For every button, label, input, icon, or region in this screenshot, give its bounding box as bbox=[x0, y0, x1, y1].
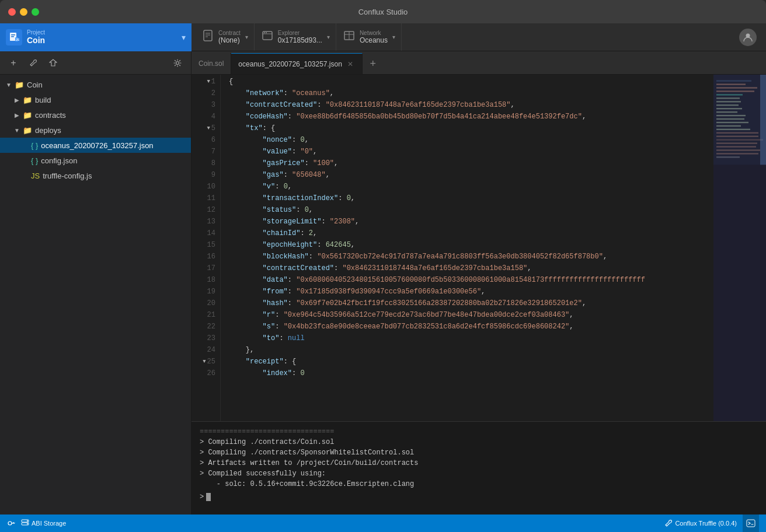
status-left: ABI Storage bbox=[7, 519, 66, 527]
network-section: Network Oceanus ▾ bbox=[337, 23, 402, 51]
tab-bar: Coin.sol oceanus_20200726_103257.json ✕ … bbox=[192, 51, 766, 75]
sidebar: + bbox=[0, 51, 192, 514]
line-number-21: 21 bbox=[196, 309, 215, 321]
project-info: Project Coin bbox=[27, 29, 177, 45]
contract-dropdown-icon[interactable]: ▾ bbox=[245, 34, 248, 40]
svg-rect-1 bbox=[11, 34, 15, 36]
line-number-13: 13 bbox=[196, 216, 215, 228]
folder-icon-build: 📁 bbox=[23, 96, 32, 104]
code-line-24: }, bbox=[221, 344, 713, 356]
tree-arrow-config bbox=[21, 156, 29, 164]
svg-point-44 bbox=[8, 522, 12, 525]
abi-storage-button[interactable]: ABI Storage bbox=[21, 519, 66, 527]
tree-item-config-json[interactable]: { } config.json bbox=[0, 153, 191, 168]
svg-point-17 bbox=[176, 61, 179, 64]
tree-item-coin[interactable]: ▼ 📁 Coin bbox=[0, 77, 191, 92]
terminal-button[interactable] bbox=[743, 514, 759, 532]
collapse-arrow-25[interactable]: ▼ bbox=[203, 356, 206, 368]
content-area: + bbox=[0, 51, 766, 514]
folder-icon-contracts: 📁 bbox=[23, 111, 32, 120]
tree-item-deploys[interactable]: ▼ 📁 deploys bbox=[0, 123, 191, 138]
code-area[interactable]: { "network": "oceanus", "contractCreated… bbox=[221, 75, 713, 421]
top-toolbar: JS Project Coin ▾ bbox=[0, 23, 766, 51]
truffle-version-item[interactable]: Conflux Truffle (0.0.4) bbox=[664, 519, 737, 527]
code-line-10: "v": 0, bbox=[221, 181, 713, 192]
window-controls[interactable] bbox=[8, 8, 39, 16]
tree-arrow-deploys: ▼ bbox=[13, 126, 21, 134]
code-line-22: "s": "0x4bb23fca8e90de8ceeae7bd077cb2832… bbox=[221, 321, 713, 332]
tree-item-build[interactable]: ▶ 📁 build bbox=[0, 92, 191, 107]
user-avatar[interactable] bbox=[739, 29, 757, 46]
network-icon bbox=[343, 30, 355, 44]
terminal-line-4: > Compiled successfully using: bbox=[200, 468, 758, 479]
project-dropdown-icon[interactable]: ▾ bbox=[182, 33, 186, 42]
tree-item-oceanus-json[interactable]: { } oceanus_20200726_103257.json bbox=[0, 138, 191, 153]
tree-arrow-coin: ▼ bbox=[5, 80, 13, 89]
project-panel[interactable]: JS Project Coin ▾ bbox=[0, 23, 192, 51]
tab-close-oceanus[interactable]: ✕ bbox=[346, 60, 355, 69]
project-name: Coin bbox=[27, 36, 177, 45]
tree-item-contracts[interactable]: ▶ 📁 contracts bbox=[0, 107, 191, 123]
code-line-8: "gasPrice": "100", bbox=[221, 158, 713, 169]
line-number-3: 3 bbox=[196, 99, 215, 111]
tab-coin-sol[interactable]: Coin.sol bbox=[192, 53, 231, 74]
terminal-prompt: > bbox=[200, 492, 758, 502]
line-number-5: ▼5 bbox=[196, 123, 215, 134]
line-number-7: 7 bbox=[196, 146, 215, 158]
line-numbers: ▼1234▼5678910111213141516171819202122232… bbox=[192, 75, 221, 421]
tab-add-button[interactable]: + bbox=[363, 53, 384, 74]
explorer-icon bbox=[262, 30, 273, 44]
contract-value: (None) bbox=[218, 36, 241, 44]
tab-oceanus-json[interactable]: oceanus_20200726_103257.json ✕ bbox=[231, 53, 363, 74]
line-number-20: 20 bbox=[196, 298, 215, 309]
deploy-button[interactable] bbox=[46, 55, 61, 71]
explorer-dropdown-icon[interactable]: ▾ bbox=[327, 34, 330, 40]
line-number-6: 6 bbox=[196, 134, 215, 146]
tree-arrow-truffle bbox=[21, 172, 29, 180]
terminal-line-3: > Artifacts written to /project/Coin/bui… bbox=[200, 458, 758, 468]
tree-label-config: config.json bbox=[41, 156, 77, 165]
status-key-icon[interactable] bbox=[7, 519, 15, 527]
editor-terminal-wrapper: ▼1234▼5678910111213141516171819202122232… bbox=[192, 75, 766, 514]
tree-label-coin: Coin bbox=[27, 80, 43, 89]
truffle-label: Conflux Truffle (0.0.4) bbox=[675, 520, 737, 527]
maximize-button[interactable] bbox=[32, 8, 39, 16]
tab-label-coin-sol: Coin.sol bbox=[199, 60, 224, 68]
tree-item-truffle-config[interactable]: JS truffle-config.js bbox=[0, 168, 191, 183]
svg-rect-43 bbox=[760, 75, 766, 164]
minimize-button[interactable] bbox=[20, 8, 27, 16]
code-line-12: "status": 0, bbox=[221, 204, 713, 216]
code-line-19: "from": "0x17185d938f9d390947ccc9a5ef066… bbox=[221, 286, 713, 298]
code-line-6: "nonce": 0, bbox=[221, 134, 713, 146]
network-dropdown-icon[interactable]: ▾ bbox=[392, 34, 395, 40]
main-layout: JS Project Coin ▾ bbox=[0, 23, 766, 532]
svg-point-50 bbox=[27, 520, 28, 522]
prompt-symbol: > bbox=[200, 492, 204, 502]
close-button[interactable] bbox=[8, 8, 16, 16]
tree-label-oceanus: oceanus_20200726_103257.json bbox=[41, 141, 153, 150]
code-line-16: "blockHash": "0x5617320cb72e4c917d787a7e… bbox=[221, 251, 713, 262]
js-icon: JS bbox=[31, 172, 40, 180]
sidebar-toolbar: + bbox=[0, 51, 191, 75]
collapse-arrow-5[interactable]: ▼ bbox=[207, 123, 210, 134]
add-button[interactable]: + bbox=[6, 55, 21, 71]
line-number-17: 17 bbox=[196, 262, 215, 274]
wrench-button[interactable] bbox=[26, 55, 41, 71]
svg-point-51 bbox=[27, 523, 28, 524]
toolbar-sections: Contract (None) ▾ Explorer 0x1 bbox=[192, 23, 766, 51]
settings-button[interactable] bbox=[170, 55, 185, 71]
line-number-24: 24 bbox=[196, 344, 215, 356]
sidebar-tree: ▼ 📁 Coin ▶ 📁 build ▶ 📁 contracts bbox=[0, 75, 191, 514]
collapse-arrow-1[interactable]: ▼ bbox=[207, 76, 210, 88]
project-icon: JS bbox=[6, 29, 22, 46]
minimap bbox=[713, 75, 766, 421]
line-number-26: 26 bbox=[196, 368, 215, 379]
explorer-info: Explorer 0x17185d93... bbox=[278, 30, 322, 44]
line-number-18: 18 bbox=[196, 274, 215, 286]
line-number-11: 11 bbox=[196, 192, 215, 204]
code-line-15: "epochHeight": 642645, bbox=[221, 239, 713, 251]
folder-icon-deploys: 📁 bbox=[23, 126, 32, 135]
line-number-14: 14 bbox=[196, 228, 215, 239]
status-right: Conflux Truffle (0.0.4) bbox=[664, 514, 759, 532]
svg-point-12 bbox=[266, 32, 267, 33]
